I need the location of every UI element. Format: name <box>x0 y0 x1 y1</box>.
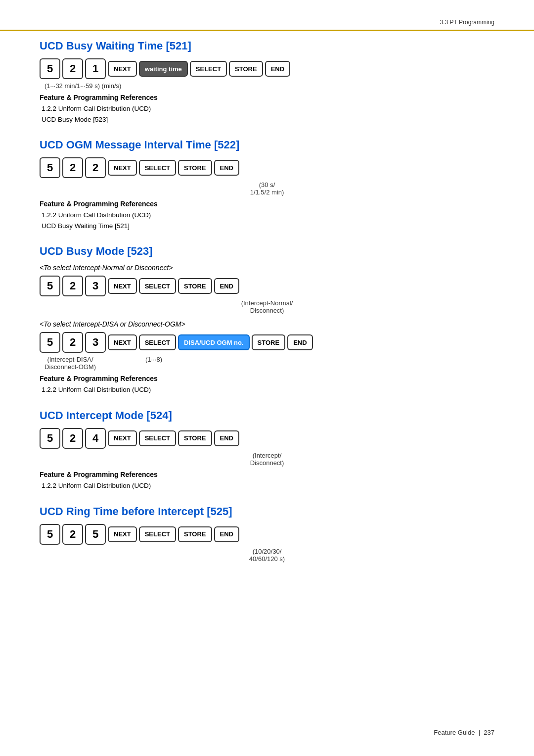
btn-store-524[interactable]: STORE <box>178 430 212 446</box>
key-row-521: 5 2 1 NEXT waiting time SELECT STORE END <box>40 58 494 79</box>
key-2: 2 <box>62 58 83 79</box>
feature-ref-524-0: 1.2.2 Uniform Call Distribution (UCD) <box>42 480 494 491</box>
key-row-523b: 5 2 3 NEXT SELECT DISA/UCD OGM no. STORE… <box>40 332 494 353</box>
section-521: UCD Busy Waiting Time [521] 5 2 1 NEXT w… <box>40 40 494 125</box>
btn-store-523a[interactable]: STORE <box>178 278 212 294</box>
btn-end-525[interactable]: END <box>214 526 239 542</box>
btn-next-521[interactable]: NEXT <box>108 61 137 77</box>
key-5-523a: 5 <box>40 276 60 296</box>
caption-523a: (Intercept-Normal/ Disconnect) <box>40 299 494 314</box>
section-524-title: UCD Intercept Mode [524] <box>40 409 494 422</box>
caption-521: (1···32 min/1···59 s) (min/s) <box>44 82 494 90</box>
feature-list-521: 1.2.2 Uniform Call Distribution (UCD) UC… <box>42 103 494 125</box>
btn-store-525[interactable]: STORE <box>178 526 212 542</box>
btn-end-521[interactable]: END <box>265 61 290 77</box>
key-row-523a: 5 2 3 NEXT SELECT STORE END <box>40 276 494 296</box>
btn-select-523a[interactable]: SELECT <box>139 278 176 294</box>
btn-end-522[interactable]: END <box>214 160 239 176</box>
key-1: 1 <box>85 58 106 79</box>
btn-next-523a[interactable]: NEXT <box>108 278 137 294</box>
feature-ref-521-1: UCD Busy Mode [523] <box>42 114 494 125</box>
feature-heading-523: Feature & Programming References <box>40 375 494 382</box>
btn-store-522[interactable]: STORE <box>178 160 212 176</box>
top-rule <box>0 30 534 31</box>
key-2-523a: 2 <box>62 276 83 296</box>
section-524: UCD Intercept Mode [524] 5 2 4 NEXT SELE… <box>40 409 494 491</box>
key-2-525: 2 <box>62 524 83 545</box>
feature-ref-523-0: 1.2.2 Uniform Call Distribution (UCD) <box>42 384 494 395</box>
key-row-522: 5 2 2 NEXT SELECT STORE END <box>40 157 494 178</box>
btn-select-521[interactable]: SELECT <box>190 61 227 77</box>
key-5-524: 5 <box>40 428 60 449</box>
btn-next-525[interactable]: NEXT <box>108 526 137 542</box>
feature-ref-521-0: 1.2.2 Uniform Call Distribution (UCD) <box>42 103 494 114</box>
section-525: UCD Ring Time before Intercept [525] 5 2… <box>40 505 494 563</box>
btn-end-523a[interactable]: END <box>214 278 239 294</box>
btn-disa-ucd-ogm[interactable]: DISA/UCD OGM no. <box>178 334 250 350</box>
sub-heading-523a: <To select Intercept-Normal or Disconnec… <box>40 264 494 272</box>
key-2-523b: 2 <box>62 332 83 353</box>
btn-next-522[interactable]: NEXT <box>108 160 137 176</box>
btn-next-523b[interactable]: NEXT <box>108 334 137 350</box>
key-5b-525: 5 <box>85 524 106 545</box>
key-2b-522: 2 <box>85 157 106 178</box>
key-3-523b: 3 <box>85 332 106 353</box>
caption-522: (30 s/ 1/1.5/2 min) <box>40 181 494 196</box>
key-4-524: 4 <box>85 428 106 449</box>
caption-523b-left: (Intercept-DISA/Disconnect-OGM) <box>44 356 96 371</box>
btn-end-523b[interactable]: END <box>287 334 312 350</box>
key-row-525: 5 2 5 NEXT SELECT STORE END <box>40 524 494 545</box>
section-523: UCD Busy Mode [523] <To select Intercept… <box>40 245 494 395</box>
caption-524: (Intercept/ Disconnect) <box>40 452 494 467</box>
btn-store-523b[interactable]: STORE <box>252 334 286 350</box>
key-5-523b: 5 <box>40 332 60 353</box>
key-3-523a: 3 <box>85 276 106 296</box>
btn-select-524[interactable]: SELECT <box>139 430 176 446</box>
feature-ref-522-1: UCD Busy Waiting Time [521] <box>42 221 494 232</box>
section-522: UCD OGM Message Interval Time [522] 5 2 … <box>40 139 494 231</box>
key-2-522: 2 <box>62 157 83 178</box>
feature-list-522: 1.2.2 Uniform Call Distribution (UCD) UC… <box>42 210 494 231</box>
header-section-ref: 3.3 PT Programming <box>440 19 495 26</box>
caption-523b-right: (1···8) <box>145 356 162 371</box>
btn-store-521[interactable]: STORE <box>229 61 263 77</box>
feature-heading-521: Feature & Programming References <box>40 94 494 101</box>
btn-select-525[interactable]: SELECT <box>139 526 176 542</box>
feature-heading-524: Feature & Programming References <box>40 471 494 478</box>
section-522-title: UCD OGM Message Interval Time [522] <box>40 139 494 151</box>
section-525-title: UCD Ring Time before Intercept [525] <box>40 505 494 518</box>
sub-heading-523b: <To select Intercept-DISA or Disconnect-… <box>40 320 494 328</box>
btn-end-524[interactable]: END <box>214 430 239 446</box>
btn-next-524[interactable]: NEXT <box>108 430 137 446</box>
btn-waiting-time[interactable]: waiting time <box>139 61 188 77</box>
btn-select-523b[interactable]: SELECT <box>139 334 176 350</box>
key-5-525: 5 <box>40 524 60 545</box>
footer: Feature Guide | 237 <box>434 729 494 736</box>
key-2-524: 2 <box>62 428 83 449</box>
btn-select-522[interactable]: SELECT <box>139 160 176 176</box>
section-523-title: UCD Busy Mode [523] <box>40 245 494 258</box>
section-521-title: UCD Busy Waiting Time [521] <box>40 40 494 52</box>
key-5-522: 5 <box>40 157 60 178</box>
feature-list-523: 1.2.2 Uniform Call Distribution (UCD) <box>42 384 494 395</box>
key-5: 5 <box>40 58 60 79</box>
key-row-524: 5 2 4 NEXT SELECT STORE END <box>40 428 494 449</box>
caption-525: (10/20/30/ 40/60/120 s) <box>40 548 494 563</box>
feature-list-524: 1.2.2 Uniform Call Distribution (UCD) <box>42 480 494 491</box>
feature-ref-522-0: 1.2.2 Uniform Call Distribution (UCD) <box>42 210 494 221</box>
feature-heading-522: Feature & Programming References <box>40 200 494 208</box>
